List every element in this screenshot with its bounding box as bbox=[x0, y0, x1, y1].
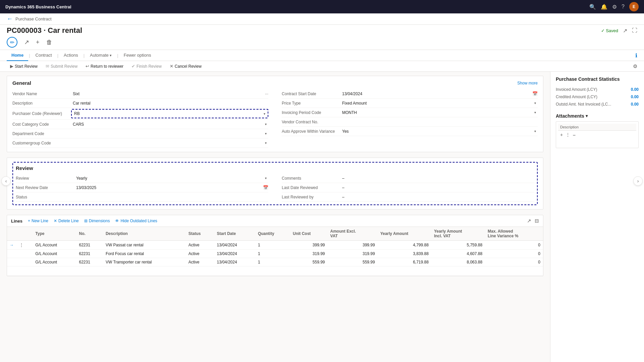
delete-line-button[interactable]: ✕ Delete Line bbox=[54, 219, 79, 223]
attachments-arrow-icon[interactable]: ▾ bbox=[586, 114, 588, 118]
row-no: 62231 bbox=[76, 241, 103, 250]
price-type-select[interactable]: Fixed Amount bbox=[342, 101, 534, 106]
lines-settings-icon[interactable]: ⊟ bbox=[535, 218, 539, 224]
last-reviewed-by-value bbox=[340, 194, 534, 200]
delete-line-icon: ✕ bbox=[54, 219, 57, 223]
col-yearly-amount-incl-vat: Yearly AmountIncl. VAT bbox=[431, 227, 485, 241]
row-yearly-amount: 4,799.88 bbox=[378, 241, 431, 250]
tab-automate[interactable]: Automate ▾ bbox=[85, 50, 116, 61]
last-date-reviewed-input[interactable] bbox=[340, 184, 534, 191]
contract-start-date-input[interactable] bbox=[340, 90, 531, 97]
status-value bbox=[74, 194, 268, 200]
review-calendar-icon[interactable]: 📅 bbox=[263, 185, 268, 190]
auto-approve-select[interactable]: Yes bbox=[342, 129, 534, 134]
row-start-date: 13/04/2024 bbox=[214, 250, 255, 258]
hide-outdated-icon: 👁 bbox=[115, 219, 119, 223]
vendor-name-input[interactable] bbox=[71, 90, 264, 97]
row-description: Ford Focus car rental bbox=[103, 250, 186, 258]
purchaser-code-select[interactable]: RB bbox=[74, 111, 264, 116]
review-field-row: Review Yearly ▾ bbox=[16, 174, 268, 183]
last-date-reviewed-row: Last Date Reviewed bbox=[282, 183, 534, 192]
saved-status: ✓ Saved bbox=[601, 28, 618, 33]
settings-icon[interactable]: ⚙ bbox=[633, 63, 637, 69]
row-unit-cost: 559.99 bbox=[290, 258, 328, 266]
status-label: Status bbox=[16, 195, 74, 199]
open-in-new-icon[interactable]: ↗ bbox=[623, 27, 627, 34]
invoicing-period-arrow-icon: ▾ bbox=[534, 111, 536, 114]
statistics-title: Purchase Contract Statistics bbox=[556, 76, 639, 82]
row-menu-dots-icon[interactable]: ⋮ bbox=[19, 242, 24, 248]
stat-credited-label: Credited Amount (LCY) bbox=[556, 95, 597, 99]
help-icon[interactable]: ? bbox=[622, 4, 625, 10]
col-status: Status bbox=[186, 227, 214, 241]
hide-outdated-lines-button[interactable]: 👁 Hide Outdated Lines bbox=[115, 219, 157, 223]
calendar-icon[interactable]: 📅 bbox=[532, 91, 538, 96]
cancel-review-button[interactable]: ✕ Cancel Review bbox=[166, 62, 205, 70]
start-review-button[interactable]: ▶ Start Review bbox=[7, 62, 41, 70]
comments-input[interactable] bbox=[340, 175, 534, 182]
attach-add-button[interactable]: + bbox=[560, 132, 563, 137]
vendor-name-dots[interactable]: ··· bbox=[265, 92, 268, 96]
table-row: G/L Account 62231 Ford Focus car rental … bbox=[7, 250, 543, 258]
show-more-button[interactable]: Show more bbox=[517, 81, 538, 85]
attach-menu-button[interactable]: ⋮ bbox=[566, 132, 570, 137]
vendor-contract-no-value bbox=[340, 119, 538, 125]
next-review-date-input[interactable] bbox=[74, 184, 262, 191]
settings-icon[interactable]: ⚙ bbox=[612, 4, 617, 10]
return-to-reviewer-button[interactable]: ↩ Return to reviewer bbox=[82, 62, 127, 70]
edit-button[interactable]: ✏ bbox=[7, 37, 17, 48]
cancel-icon: ✕ bbox=[170, 64, 173, 69]
table-empty-row bbox=[7, 266, 543, 276]
last-reviewed-by-input[interactable] bbox=[340, 194, 534, 200]
next-arrow[interactable]: › bbox=[633, 176, 643, 186]
tab-contract[interactable]: Contract bbox=[31, 50, 57, 61]
page-title: PC000003 · Car rental bbox=[7, 26, 82, 35]
row-description: VW Transporter car rental bbox=[103, 258, 186, 266]
col-start-date: Start Date bbox=[214, 227, 255, 241]
row-arrow bbox=[7, 258, 16, 266]
customergroup-code-select[interactable] bbox=[73, 141, 265, 145]
back-button[interactable]: ← bbox=[7, 15, 13, 22]
department-code-select[interactable] bbox=[73, 131, 265, 136]
auto-approve-arrow-icon: ▾ bbox=[534, 129, 536, 133]
review-left-fields: Review Yearly ▾ bbox=[16, 174, 268, 202]
new-line-button[interactable]: + New Line bbox=[28, 219, 48, 223]
dimensions-button[interactable]: ⊞ Dimensions bbox=[84, 219, 110, 223]
row-menu[interactable]: ⋮ bbox=[16, 241, 33, 250]
tab-actions[interactable]: Actions bbox=[59, 50, 83, 61]
info-icon[interactable]: ℹ bbox=[635, 53, 637, 58]
review-select[interactable]: Yearly bbox=[76, 176, 265, 181]
share-button[interactable]: ↗ bbox=[24, 39, 29, 46]
tab-home[interactable]: Home bbox=[7, 50, 28, 61]
cost-category-select[interactable]: CARS bbox=[73, 122, 265, 127]
vendor-contract-no-input[interactable] bbox=[340, 119, 538, 125]
user-avatar[interactable]: E bbox=[629, 2, 639, 11]
col-amount-excl-vat: Amount Excl.VAT bbox=[328, 227, 378, 241]
row-unit-cost: 319.99 bbox=[290, 250, 328, 258]
attachments-description-col: Description bbox=[560, 125, 579, 129]
auto-approve-row: Auto Approve Within Variance Yes ▾ bbox=[282, 127, 538, 136]
status-row: Status bbox=[16, 192, 268, 202]
submit-review-button[interactable]: ✉ Submit Review bbox=[42, 62, 81, 70]
invoicing-period-select[interactable]: MONTH bbox=[342, 110, 534, 115]
review-title: Review bbox=[16, 165, 33, 171]
expand-icon[interactable]: ⛶ bbox=[632, 27, 637, 34]
row-quantity: 1 bbox=[255, 258, 290, 266]
search-icon[interactable]: 🔍 bbox=[589, 4, 596, 10]
lines-share-icon[interactable]: ↗ bbox=[527, 218, 531, 224]
finish-review-button[interactable]: ✔ Finish Review bbox=[128, 62, 165, 70]
tab-fewer-options[interactable]: Fewer options bbox=[119, 50, 156, 61]
department-code-row: Department Code ▾ bbox=[12, 129, 268, 138]
add-button[interactable]: + bbox=[36, 39, 40, 46]
prev-arrow[interactable]: ‹ bbox=[1, 176, 11, 186]
description-input[interactable] bbox=[71, 100, 268, 107]
row-type: G/L Account bbox=[33, 241, 76, 250]
attachments-box: Description + ⋮ – bbox=[556, 121, 639, 148]
notification-icon[interactable]: 🔔 bbox=[601, 4, 607, 10]
status-input[interactable] bbox=[74, 194, 268, 200]
invoicing-period-row: Invoicing Period Code MONTH ▾ bbox=[282, 108, 538, 117]
delete-button[interactable]: 🗑 bbox=[46, 39, 52, 46]
row-yearly-incl-vat: 5,759.88 bbox=[431, 241, 485, 250]
price-type-value: Fixed Amount ▾ bbox=[340, 100, 538, 107]
customergroup-code-value: ▾ bbox=[71, 140, 268, 146]
